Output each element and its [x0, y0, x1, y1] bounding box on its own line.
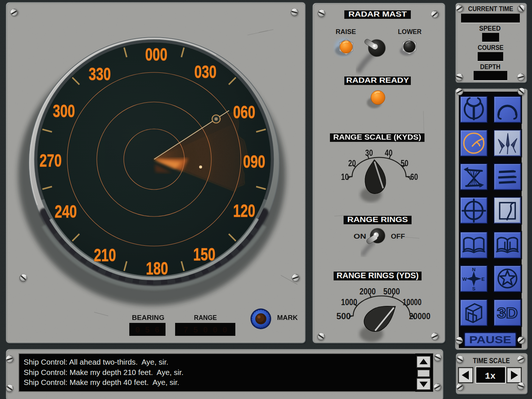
svg-text:RANGE SCALE (KYDS): RANGE SCALE (KYDS)	[333, 133, 421, 141]
svg-text:030: 030	[194, 62, 216, 82]
svg-text:Ship Control: Make my depth 40: Ship Control: Make my depth 40 feet. Aye…	[24, 378, 179, 386]
svg-text:RAISE: RAISE	[336, 28, 356, 35]
svg-text:50: 50	[401, 158, 409, 168]
svg-text:1000: 1000	[341, 297, 357, 307]
svg-text:BEARING: BEARING	[132, 314, 164, 321]
svg-text:330: 330	[89, 64, 111, 84]
svg-text:40: 40	[385, 148, 393, 158]
svg-text:COURSE: COURSE	[478, 44, 504, 51]
svg-text:210: 210	[94, 245, 116, 265]
svg-text:RANGE: RANGE	[194, 314, 217, 321]
svg-text:W: W	[462, 276, 467, 282]
svg-text:TIME SCALE: TIME SCALE	[473, 357, 510, 365]
svg-text:OFF: OFF	[391, 233, 405, 240]
svg-text:RANGE RINGS: RANGE RINGS	[347, 215, 408, 224]
svg-text:300: 300	[53, 101, 75, 121]
svg-text:PAUSE: PAUSE	[469, 334, 511, 345]
svg-text:RADAR MAST: RADAR MAST	[348, 10, 407, 18]
svg-text:N: N	[472, 267, 475, 272]
svg-text:180: 180	[146, 258, 168, 278]
svg-text:RADAR READY: RADAR READY	[346, 76, 409, 84]
svg-text:270: 270	[40, 150, 62, 170]
svg-text:60: 60	[410, 172, 418, 182]
svg-text:10: 10	[341, 172, 349, 182]
svg-text:10000: 10000	[403, 297, 422, 307]
svg-text:2000: 2000	[359, 286, 376, 296]
svg-text:20000: 20000	[409, 311, 430, 321]
svg-text:ON: ON	[354, 233, 366, 240]
svg-text:150: 150	[193, 244, 215, 264]
svg-text:120: 120	[233, 201, 255, 221]
svg-text:RANGE RINGS (YDS): RANGE RINGS (YDS)	[337, 271, 419, 280]
svg-text:20: 20	[348, 158, 356, 168]
svg-text:3D: 3D	[497, 305, 518, 321]
svg-text:S: S	[472, 286, 475, 291]
svg-text:240: 240	[55, 201, 77, 221]
svg-text:CURRENT TIME: CURRENT TIME	[468, 5, 513, 13]
svg-text:30: 30	[365, 148, 373, 158]
svg-text:060: 060	[233, 102, 255, 122]
svg-text:MARK: MARK	[277, 314, 298, 321]
svg-text:5000: 5000	[383, 286, 400, 296]
svg-text:Ship Control: Make my depth 21: Ship Control: Make my depth 210 feet. Ay…	[24, 368, 184, 376]
svg-text:SPEED: SPEED	[479, 25, 501, 32]
svg-text:1x: 1x	[485, 371, 496, 381]
svg-text:DEPTH: DEPTH	[480, 63, 501, 71]
svg-text:090: 090	[243, 151, 265, 171]
svg-text:7 5 0 0 0: 7 5 0 0 0	[184, 326, 228, 335]
svg-text:Ship Control: All ahead two-th: Ship Control: All ahead two-thirds. Aye,…	[24, 358, 168, 366]
svg-text:000: 000	[145, 44, 167, 64]
svg-text:0 5 6: 0 5 6	[135, 326, 160, 335]
svg-text:LOWER: LOWER	[398, 28, 422, 35]
svg-text:500: 500	[337, 311, 351, 321]
svg-text:E: E	[481, 276, 485, 282]
